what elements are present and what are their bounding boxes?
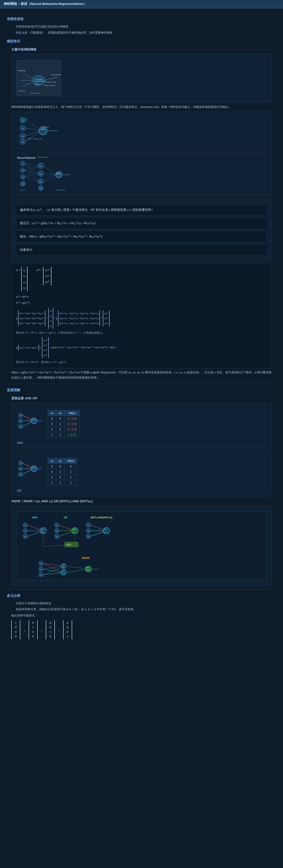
svg-line-77 <box>23 422 31 427</box>
svg-text:AND: AND <box>41 531 44 533</box>
svg-text:hθ(x): hθ(x) <box>41 128 45 130</box>
svg-text:x₂: x₂ <box>22 135 24 137</box>
svg-text:+1: +1 <box>40 188 42 190</box>
svg-text:Cell body: Cell body <box>35 78 43 81</box>
svg-text:Neural Network: Neural Network <box>17 156 36 159</box>
svg-text:x₂: x₂ <box>40 574 42 576</box>
svg-text:x₁: x₁ <box>20 420 22 422</box>
svg-text:x₂: x₂ <box>87 535 90 538</box>
svg-text:Output layer: Output layer <box>56 189 65 191</box>
or-card: +1 x₁ x₂ hθ(x) x₁ x₂ hθ(x) 000 <box>11 451 272 496</box>
svg-text:+1: +1 <box>20 414 22 416</box>
svg-text:OR: OR <box>73 531 75 533</box>
svg-text:Axon: Axon <box>35 83 39 85</box>
svg-text:x₂: x₂ <box>22 169 24 172</box>
svg-text:AND: AND <box>32 516 37 519</box>
svg-text:AND: AND <box>61 566 65 568</box>
svg-line-129 <box>91 532 103 536</box>
subsection-logic-andor: 逻辑运算 AND OR <box>11 396 276 401</box>
svg-line-127 <box>91 525 103 530</box>
matrix-1: 1 0 0 0 <box>11 620 20 639</box>
brain-neuron-card: Axon terminal Dendrite Cell body Node of… <box>11 54 272 102</box>
svg-line-54 <box>25 163 38 174</box>
svg-text:Axon terminal: Axon terminal <box>51 73 61 76</box>
formulas-card: 偏差单元x₀, a₀⁽ʲ⁾。（aᵢʲ 表示第 j 层第 i 个激活单元，Θ⁽ʲ⁾… <box>11 198 272 261</box>
nonlinear-bullet-1: 非线性的多项式可以建立良好的分类模型 <box>16 24 276 29</box>
svg-text:+1: +1 <box>40 563 42 565</box>
svg-text:x₁: x₁ <box>24 530 26 532</box>
svg-text:a₂: a₂ <box>39 173 41 175</box>
svg-text:hθ(x): hθ(x) <box>104 528 107 530</box>
nonlinear-bullet-2: 特征太多（万数量级），普通的逻辑回归不够有效处理，这时需要神经网络 <box>16 30 276 35</box>
svg-text:+1: +1 <box>87 524 89 526</box>
svg-line-28 <box>26 132 39 142</box>
svg-text:(NOR): (NOR) <box>104 531 107 533</box>
svg-line-115 <box>59 525 72 530</box>
svg-text:a₃: a₃ <box>39 181 41 183</box>
multiclass-bullet-1: 出现不只有两种分类的情况 <box>16 601 276 606</box>
svg-text:hθ(x): hθ(x) <box>56 173 61 175</box>
xnor-full-svg: AND OR (NOTx₁AND(NOTx₂)) +1 x₁ x₂ hθ(x) … <box>19 514 131 577</box>
svg-text:NOR: NOR <box>62 572 65 574</box>
matrix-4: 0 0 0 1 <box>63 620 72 639</box>
section-nonlinear: 非线性假设 <box>7 17 276 22</box>
svg-text:Nucleus: Nucleus <box>19 90 25 92</box>
svg-line-89 <box>23 470 31 474</box>
and-table: x₁ x₂ hθ(x) 000 (-4.5) 010 (-1.5) 100 (-… <box>47 410 80 437</box>
svg-text:x₁: x₁ <box>20 468 22 470</box>
subsection-brain-network: 大脑中的神经网络 <box>11 48 276 52</box>
svg-line-3 <box>23 73 32 79</box>
svg-text:+1: +1 <box>22 183 24 185</box>
multiclass-bullet-2: 假设有四种分类，则输出出应有四个值 [a b c d]ᵀ，且 a, b, c, … <box>16 607 276 612</box>
svg-text:+1: +1 <box>20 462 22 464</box>
svg-text:x₁: x₁ <box>87 530 90 532</box>
neural-network-diagram: Neural Network x₁ x₂ x₃ +1 a₁ a₂ a₃ +1 h… <box>16 156 75 192</box>
svg-text:x₃: x₃ <box>22 141 24 143</box>
svg-text:hθ(x): hθ(x) <box>31 419 36 421</box>
or-label: OR <box>17 489 267 492</box>
svg-text:x₃: x₃ <box>22 176 24 178</box>
svg-line-103 <box>28 525 40 530</box>
svg-text:x₀: x₀ <box>22 119 24 121</box>
svg-line-59 <box>25 177 38 182</box>
svg-text:Schwann cell: Schwann cell <box>45 81 56 83</box>
svg-text:x₁: x₁ <box>22 127 24 129</box>
svg-text:XNOR: XNOR <box>82 556 90 560</box>
or-diagram-area: +1 x₁ x₂ hθ(x) x₁ x₂ hθ(x) 000 <box>16 456 267 487</box>
svg-text:a₁⁽²⁾: a₁⁽²⁾ <box>62 564 65 566</box>
svg-line-157 <box>66 566 85 569</box>
svg-line-51 <box>25 163 38 166</box>
subsection-xnor: XNOR（XNOR = (x₁ AND x₂) OR (NOTx₁) AND (… <box>11 499 276 503</box>
svg-text:x₁: x₁ <box>22 162 24 165</box>
brain-neuron-image: Axon terminal Dendrite Cell body Node of… <box>16 60 61 96</box>
svg-line-61 <box>43 174 56 175</box>
svg-text:Layer 1: Layer 1 <box>20 189 26 191</box>
svg-text:Dendrite: Dendrite <box>18 69 26 72</box>
svg-text:*input  *output*: *input *output* <box>30 92 41 94</box>
svg-text:OR: OR <box>64 516 67 519</box>
svg-text:XNOR: XNOR <box>86 569 90 571</box>
output-formats-label: 输出四种可能形式： <box>11 613 272 618</box>
svg-line-75 <box>23 415 31 420</box>
svg-line-27 <box>26 131 39 136</box>
svg-line-105 <box>28 532 40 536</box>
svg-text:hθ(x): hθ(x) <box>85 567 90 569</box>
svg-text:a₁: a₁ <box>39 165 41 167</box>
svg-text:hθ(x): hθ(x) <box>41 528 45 530</box>
section-model: 模型表示 <box>7 39 276 44</box>
svg-text:x₂: x₂ <box>20 426 22 428</box>
matrix-3: 0 0 1 0 <box>46 620 55 639</box>
activation-formula: 激活元：a₁⁽²⁾ = g(Θ₁₀⁽¹⁾x₀ + Θ₁₁⁽¹⁾x₁ + Θ₁₂⁽… <box>16 217 267 229</box>
svg-text:+1: +1 <box>24 524 26 526</box>
bias-formula: 偏差单元x₀, a₀⁽ʲ⁾。（aᵢʲ 表示第 j 层第 i 个激活单元，Θ⁽ʲ⁾… <box>16 204 267 216</box>
and-or-card: +1 x₁ x₂ hθ(x) x₁ x₂ hθ(x) 000 (-4. <box>11 403 272 448</box>
section-multiclass: 多元分类 <box>7 594 276 599</box>
svg-line-156 <box>43 573 61 575</box>
logistic-unit-diagram: x₀ +1 x₁ x₂ x₃ hθ(x) bias unit hθ(x) = 1… <box>16 116 66 145</box>
svg-line-57 <box>25 163 38 182</box>
svg-text:x₁: x₁ <box>40 568 42 570</box>
svg-text:hθ(x): hθ(x) <box>31 467 36 469</box>
svg-text:(NOTx₁AND(NOTx₂)): (NOTx₁AND(NOTx₂)) <box>91 516 112 519</box>
svg-text:Node of Ranvie: Node of Ranvie <box>35 80 45 82</box>
svg-text:Myelin sheath: Myelin sheath <box>44 84 55 86</box>
